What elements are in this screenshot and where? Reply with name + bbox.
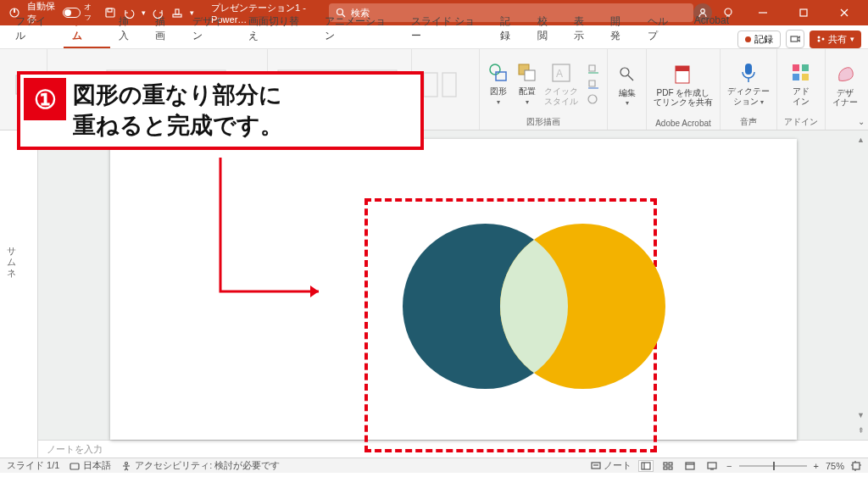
editing-button[interactable]: 編集▾ <box>615 63 639 108</box>
svg-rect-40 <box>745 64 752 75</box>
tab-developer[interactable]: 開発 <box>602 10 638 48</box>
svg-rect-5 <box>175 9 179 14</box>
fit-to-window-icon[interactable] <box>851 461 861 471</box>
quick-styles-button[interactable]: A クイック スタイル <box>544 61 578 106</box>
svg-rect-15 <box>791 36 798 42</box>
status-bar: スライド 1/1 日本語 アクセシビリティ: 検討が必要です ノート − + 7… <box>0 458 868 473</box>
minimize-button[interactable] <box>744 0 782 25</box>
svg-rect-1 <box>14 8 15 13</box>
notes-toggle[interactable]: ノート <box>591 459 632 472</box>
maximize-button[interactable] <box>785 0 822 25</box>
find-icon <box>615 63 639 86</box>
addin-icon <box>789 61 813 85</box>
tab-review[interactable]: 校閲 <box>529 10 565 48</box>
zoom-out-button[interactable]: − <box>726 461 732 471</box>
shape-outline-icon[interactable] <box>587 78 600 90</box>
reading-view-icon[interactable] <box>682 460 698 472</box>
tab-help[interactable]: ヘルプ <box>639 10 686 48</box>
overlap-shape[interactable] <box>403 224 665 389</box>
ribbon-tabs: ファイル ホーム 挿入 描画 デザイン 画面切り替え アニメーション スライド … <box>0 25 868 49</box>
normal-view-icon[interactable] <box>638 460 654 472</box>
undo-icon[interactable] <box>123 7 135 19</box>
designer-icon <box>833 63 857 86</box>
tab-slideshow[interactable]: スライド ショー <box>403 10 492 48</box>
from-beginning-icon[interactable] <box>171 7 183 19</box>
thumbnail-pane[interactable]: サムネ <box>0 130 38 458</box>
annotation-callout: ① 図形の重なり部分に 重ねると完成です。 <box>17 71 424 150</box>
svg-rect-52 <box>642 463 650 469</box>
zoom-level[interactable]: 75% <box>826 461 844 471</box>
present-teams-icon[interactable] <box>786 30 804 48</box>
group-acrobat: PDF を作成し てリンクを共有 Adobe Acrobat <box>647 49 721 130</box>
share-button[interactable]: 共有▾ <box>810 30 861 48</box>
tab-record[interactable]: 記録 <box>492 10 528 48</box>
slide[interactable] <box>110 139 797 440</box>
share-icon <box>816 35 825 43</box>
tab-animations[interactable]: アニメーション <box>316 10 403 48</box>
shape-effects-icon[interactable] <box>587 93 600 105</box>
close-button[interactable] <box>826 0 863 25</box>
acrobat-button[interactable]: PDF を作成し てリンクを共有 <box>654 63 713 108</box>
svg-point-49 <box>125 462 128 464</box>
slide-counter[interactable]: スライド 1/1 <box>7 459 59 472</box>
svg-rect-42 <box>793 64 799 71</box>
mic-icon <box>737 61 760 85</box>
group-addin: アド イン アドイン <box>777 49 826 130</box>
svg-rect-33 <box>588 72 598 74</box>
svg-rect-44 <box>793 74 799 80</box>
shapes-button[interactable]: 図形▾ <box>487 61 510 106</box>
save-icon[interactable] <box>104 7 116 19</box>
slide-canvas-area[interactable]: ▲ ▼ ⇞ <box>38 130 868 440</box>
annotation-line2: 重ねると完成です。 <box>73 113 283 138</box>
tab-view[interactable]: 表示 <box>565 10 602 48</box>
workspace: サムネ <box>0 130 868 458</box>
dictation-button[interactable]: ディクテー ション ▾ <box>727 61 770 106</box>
group-drawing: 図形▾ 配置▾ A クイック スタイル 図形描画 <box>480 49 608 130</box>
svg-point-47 <box>500 224 665 389</box>
zoom-slider[interactable] <box>739 465 807 467</box>
svg-rect-58 <box>686 463 694 469</box>
shape-fill-icon[interactable] <box>587 63 600 75</box>
lang-indicator[interactable]: 日本語 <box>70 459 111 472</box>
collapse-ribbon-icon[interactable]: ⌄ <box>858 117 865 126</box>
designer-button[interactable]: デザ イナー <box>832 63 858 108</box>
tab-design[interactable]: デザイン <box>184 10 241 48</box>
svg-rect-45 <box>802 74 809 80</box>
group-voice: ディクテー ション ▾ 音声 <box>721 49 777 130</box>
svg-rect-55 <box>669 463 672 465</box>
svg-rect-25 <box>424 73 437 97</box>
slideshow-view-icon[interactable] <box>704 460 720 472</box>
svg-rect-39 <box>676 66 689 71</box>
notes-icon <box>591 461 601 471</box>
svg-line-37 <box>628 75 633 80</box>
vertical-scrollbar[interactable]: ▲ ▼ ⇞ <box>854 134 866 436</box>
zoom-in-button[interactable]: + <box>814 461 819 471</box>
svg-rect-48 <box>70 463 79 469</box>
toggle-off-icon <box>63 8 81 18</box>
svg-rect-26 <box>442 73 456 97</box>
svg-point-16 <box>818 36 821 39</box>
annotation-arrow <box>219 158 329 302</box>
tab-acrobat[interactable]: Acrobat <box>686 10 737 48</box>
accessibility-icon <box>121 461 131 471</box>
shapes-icon <box>487 61 510 85</box>
sorter-view-icon[interactable] <box>660 460 676 472</box>
annotation-line1: 図形の重なり部分に <box>73 82 282 108</box>
accessibility-status[interactable]: アクセシビリティ: 検討が必要です <box>121 459 280 472</box>
tab-transitions[interactable]: 画面切り替え <box>240 10 316 48</box>
svg-rect-3 <box>108 8 112 12</box>
lang-icon <box>70 461 80 471</box>
addin-button[interactable]: アド イン <box>789 61 813 106</box>
svg-point-17 <box>818 40 821 42</box>
group-editing: 編集▾ <box>608 49 647 130</box>
record-button[interactable]: 記録 <box>737 30 781 48</box>
svg-rect-12 <box>800 9 807 16</box>
svg-rect-62 <box>853 463 860 469</box>
app-icon <box>8 7 20 19</box>
redo-icon[interactable] <box>153 7 164 19</box>
pdf-icon <box>671 63 695 86</box>
arrange-button[interactable]: 配置▾ <box>515 61 539 106</box>
svg-point-18 <box>822 38 825 41</box>
svg-rect-54 <box>664 463 667 465</box>
svg-rect-57 <box>669 467 672 469</box>
